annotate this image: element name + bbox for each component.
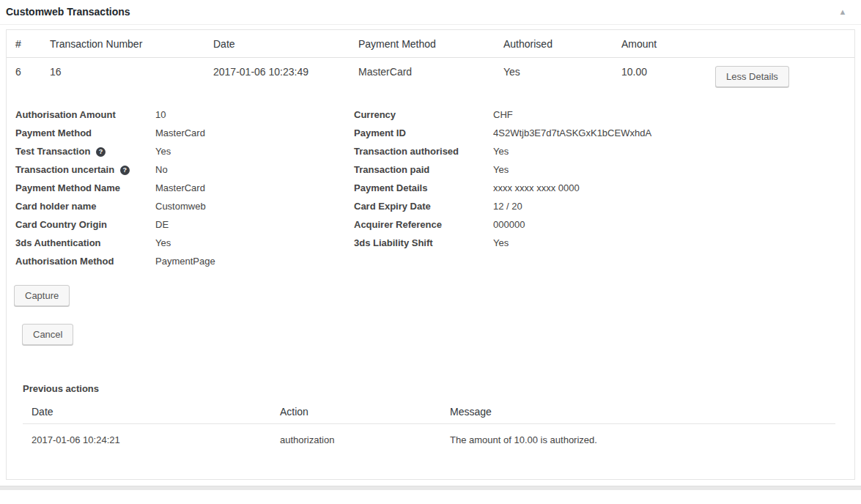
transaction-amount: 10.00 <box>613 58 706 97</box>
detail-label: Transaction paid <box>345 160 484 179</box>
detail-value: MasterCard <box>147 179 345 197</box>
col-header-payment-method: Payment Method <box>350 30 495 58</box>
detail-row-authorisation-amount-currency: Authorisation Amount 10 Currency CHF <box>7 105 854 124</box>
prev-col-header-action: Action <box>271 400 441 424</box>
detail-row-test-transaction-authorised: Test Transaction ? Yes Transaction autho… <box>7 142 854 160</box>
detail-row-transaction-uncertain-paid: Transaction uncertain ? No Transaction p… <box>7 160 854 179</box>
col-header-transaction-number: Transaction Number <box>41 30 204 58</box>
detail-value: MasterCard <box>147 124 345 142</box>
transaction-row: 6 16 2017-01-06 10:23:49 MasterCard Yes … <box>7 58 854 97</box>
col-header-amount: Amount <box>613 30 706 58</box>
col-header-authorised: Authorised <box>495 30 613 58</box>
detail-row-method-name-payment-details: Payment Method Name MasterCard Payment D… <box>7 179 854 197</box>
previous-action-type: authorization <box>271 424 441 452</box>
customweb-transactions-panel: Customweb Transactions ▲ # Transaction N… <box>0 0 861 480</box>
transaction-authorised: Yes <box>495 58 613 97</box>
detail-label-text: Transaction uncertain <box>15 164 114 175</box>
detail-row-3ds-authentication-liability: 3ds Authentication Yes 3ds Liability Shi… <box>7 234 854 252</box>
detail-value <box>484 252 854 270</box>
transaction-number: 16 <box>41 58 204 97</box>
prev-col-header-date: Date <box>23 400 271 424</box>
detail-value: 000000 <box>484 215 854 234</box>
detail-label: Payment ID <box>345 124 484 142</box>
previous-actions-table: Date Action Message 2017-01-06 10:24:21 … <box>23 400 835 451</box>
detail-value: Yes <box>147 234 345 252</box>
detail-label: Acquirer Reference <box>345 215 484 234</box>
detail-value: Yes <box>484 160 854 179</box>
detail-label: Authorisation Method <box>7 252 147 270</box>
prev-col-header-message: Message <box>441 400 835 424</box>
previous-action-date: 2017-01-06 10:24:21 <box>23 424 271 452</box>
capture-button[interactable]: Capture <box>14 285 70 306</box>
detail-value: 10 <box>147 105 345 124</box>
previous-action-message: The amount of 10.00 is authorized. <box>441 424 835 452</box>
help-icon[interactable]: ? <box>120 166 130 175</box>
detail-label: 3ds Liability Shift <box>345 234 484 252</box>
detail-label: Authorisation Amount <box>7 105 147 124</box>
bottom-gap <box>0 480 861 486</box>
detail-label: Test Transaction ? <box>7 142 147 160</box>
detail-label: Card holder name <box>7 197 147 215</box>
payment-id-value: 4S2Wtjb3E7d7tASKGxK1bCEWxhdA <box>493 126 663 140</box>
detail-label: Payment Method Name <box>7 179 147 197</box>
detail-label: Currency <box>345 105 484 124</box>
detail-value: CHF <box>484 105 854 124</box>
detail-label: 3ds Authentication <box>7 234 147 252</box>
transactions-table-header-row: # Transaction Number Date Payment Method… <box>7 30 854 58</box>
help-icon[interactable]: ? <box>96 147 106 157</box>
detail-row-card-holder-expiry: Card holder name Customweb Card Expiry D… <box>7 197 854 215</box>
detail-label-text: Test Transaction <box>15 146 90 157</box>
transaction-date: 2017-01-06 10:23:49 <box>204 58 350 97</box>
detail-value: 4S2Wtjb3E7d7tASKGxK1bCEWxhdA <box>484 124 854 142</box>
detail-value: Yes <box>484 234 854 252</box>
detail-value: PaymentPage <box>147 252 345 270</box>
detail-label: Payment Method <box>7 124 147 142</box>
panel-body: # Transaction Number Date Payment Method… <box>0 25 861 480</box>
transactions-table: # Transaction Number Date Payment Method… <box>7 30 854 97</box>
previous-actions-header-row: Date Action Message <box>23 400 835 424</box>
next-panel-edge <box>0 486 861 490</box>
detail-value: Yes <box>147 142 345 160</box>
cancel-form: Cancel <box>22 324 854 345</box>
detail-value: Customweb <box>147 197 345 215</box>
transaction-details-table: Authorisation Amount 10 Currency CHF Pay… <box>7 105 854 270</box>
transaction-index: 6 <box>7 58 41 97</box>
panel-header: Customweb Transactions ▲ <box>0 0 861 25</box>
previous-action-row: 2017-01-06 10:24:21 authorization The am… <box>23 424 835 452</box>
detail-row-payment-method-payment-id: Payment Method MasterCard Payment ID 4S2… <box>7 124 854 142</box>
col-header-date: Date <box>204 30 350 58</box>
detail-label: Payment Details <box>345 179 484 197</box>
col-header-actions <box>706 30 854 58</box>
detail-label: Transaction authorised <box>345 142 484 160</box>
transaction-payment-method: MasterCard <box>350 58 495 97</box>
detail-label <box>345 252 484 270</box>
less-details-button[interactable]: Less Details <box>715 66 789 87</box>
detail-value: xxxx xxxx xxxx 0000 <box>484 179 854 197</box>
detail-row-card-country-acquirer: Card Country Origin DE Acquirer Referenc… <box>7 215 854 234</box>
detail-value: No <box>147 160 345 179</box>
detail-label: Card Expiry Date <box>345 197 484 215</box>
cancel-button[interactable]: Cancel <box>22 324 73 345</box>
collapse-arrow-icon: ▲ <box>839 7 847 16</box>
previous-actions-title: Previous actions <box>23 383 854 394</box>
capture-form: Capture <box>14 285 854 306</box>
col-header-index: # <box>7 30 41 58</box>
detail-value: Yes <box>484 142 854 160</box>
panel-title: Customweb Transactions <box>6 6 130 18</box>
collapse-panel-button[interactable]: ▲ <box>832 1 854 22</box>
detail-label: Transaction uncertain ? <box>7 160 147 179</box>
transaction-detail-box: # Transaction Number Date Payment Method… <box>6 29 855 480</box>
detail-row-authorisation-method: Authorisation Method PaymentPage <box>7 252 854 270</box>
detail-value: 12 / 20 <box>484 197 854 215</box>
detail-label: Card Country Origin <box>7 215 147 234</box>
detail-value: DE <box>147 215 345 234</box>
